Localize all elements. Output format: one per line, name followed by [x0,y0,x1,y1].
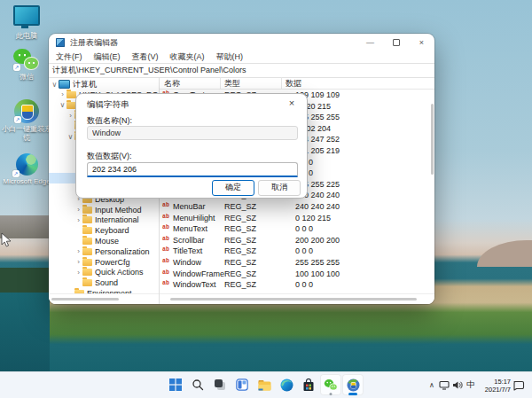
tree-item-label: 计算机 [73,79,97,90]
tree-item-计算机[interactable]: ∨计算机 [49,79,159,90]
scrollbar-thumb[interactable] [431,104,434,175]
tree-item-international[interactable]: ›International [49,215,159,225]
value-name-field[interactable] [87,126,298,140]
display-icon[interactable] [439,380,450,390]
value-name: TitleText [173,246,202,255]
string-value-icon: ab [162,269,169,276]
tree-item-mouse[interactable]: Mouse [49,236,159,246]
wallpaper-grass [0,268,50,294]
tree-item-input-method[interactable]: ›Input Method [49,205,159,215]
tray-date: 2021/7/7 [485,386,511,394]
edge-button[interactable] [276,374,297,395]
tree-item-quick-actions[interactable]: ›Quick Actions [49,267,159,277]
chevron-right-icon[interactable]: › [66,112,74,120]
wechat-taskbar-button[interactable] [320,374,341,395]
column-header-data[interactable]: 数据 [286,78,301,90]
list-vertical-scrollbar[interactable] [429,90,434,281]
tree-item-keyboard[interactable]: Keyboard [49,225,159,236]
scrollbar-thumb[interactable] [51,298,119,300]
speaker-icon[interactable] [452,380,463,390]
scrollbar-thumb[interactable] [170,298,417,300]
desktop-icon-edge[interactable]: ↗ Microsoft Edge [2,153,51,186]
tray-clock[interactable]: 15:17 2021/7/7 [479,378,511,394]
value-row-scrollbar[interactable]: abScrollbarREG_SZ200 200 200 [160,236,427,246]
value-row-menutext[interactable]: abMenuTextREG_SZ0 0 0 [160,224,427,235]
desktop-icon-xiaobai[interactable]: ↗ 小白一键重装系统 [2,99,51,143]
chevron-right-icon[interactable]: › [59,90,66,98]
desktop-icon-wechat[interactable]: ↗ 微信 [2,49,51,82]
value-row-titletext[interactable]: abTitleTextREG_SZ0 0 0 [160,246,427,257]
column-header-name[interactable]: 名称 [164,78,180,90]
desktop-icon-this-pc[interactable]: 此电脑 [2,5,51,41]
list-header[interactable]: 名称 类型 数据 [160,77,434,90]
chevron-right-icon[interactable]: › [74,258,82,266]
value-type: REG_SZ [224,246,256,255]
value-data-field[interactable] [87,162,298,177]
menu-item-1[interactable]: 编辑(E) [92,51,122,63]
menu-item-0[interactable]: 文件(F) [54,51,84,63]
value-name: WindowFrame [173,269,224,278]
wechat-icon [324,378,338,391]
value-data: 100 100 100 [295,269,340,278]
chevron-right-icon[interactable]: › [74,247,82,255]
value-row-windowtext[interactable]: abWindowTextREG_SZ0 0 0 [160,280,427,291]
search-button[interactable] [187,374,208,395]
folder-icon [82,279,92,286]
active-indicator [348,393,357,395]
tree-item-label: Personalization [95,247,150,256]
list-horizontal-scrollbar[interactable] [160,293,434,304]
menu-item-2[interactable]: 查看(V) [130,51,160,63]
chevron-down-icon[interactable]: ∨ [66,133,74,141]
tree-item-powercfg[interactable]: ›PowerCfg [49,257,159,268]
notification-icon[interactable] [513,380,525,391]
chevron-down-icon[interactable]: ∨ [51,81,59,89]
value-name: MenuBar [173,202,206,211]
start-icon [169,378,182,391]
value-row-menubar[interactable]: abMenuBarREG_SZ240 240 240 [160,202,427,213]
title-bar[interactable]: 注册表编辑器 — × [49,34,434,51]
minimize-icon[interactable]: — [357,34,383,51]
file-explorer-button[interactable] [254,374,275,395]
task-view-icon [214,378,226,391]
close-icon[interactable]: × [409,34,434,51]
menu-item-3[interactable]: 收藏夹(A) [168,51,207,63]
value-data: 0 0 0 [295,280,313,289]
close-icon[interactable]: × [285,97,299,110]
desktop-icon-label: 小白一键重装系统 [2,125,51,143]
shortcut-arrow-icon: ↗ [14,116,21,123]
value-data: 0 0 0 [295,246,313,255]
xiaobai-icon [347,378,360,392]
search-icon [192,378,204,391]
value-name: MenuText [173,224,207,233]
cancel-button[interactable]: 取消 [258,180,301,196]
menu-item-4[interactable]: 帮助(H) [215,51,246,63]
value-row-window[interactable]: abWindowREG_SZ255 255 255 [160,258,427,269]
tray-chevron-icon[interactable]: ∧ [427,381,436,389]
ok-button[interactable]: 确定 [212,180,254,196]
tree-item-label: Mouse [95,237,119,246]
ime-indicator[interactable]: 中 [466,379,476,391]
start-button[interactable] [165,374,186,395]
value-data: 200 200 200 [295,236,340,245]
store-button[interactable] [298,374,319,395]
task-view-button[interactable] [209,374,231,395]
maximize-icon[interactable] [383,34,409,51]
chevron-right-icon[interactable]: › [74,269,82,277]
value-data: 255 255 255 [295,258,340,267]
value-row-windowframe[interactable]: abWindowFrameREG_SZ100 100 100 [160,269,427,280]
address-bar[interactable]: 计算机\HKEY_CURRENT_USER\Control Panel\Colo… [49,63,434,78]
tree-item-sound[interactable]: Sound [49,277,159,288]
menu-bar: 文件(F)编辑(E)查看(V)收藏夹(A)帮助(H) [49,51,434,63]
chevron-right-icon[interactable]: › [74,206,82,214]
chevron-down-icon[interactable]: ∨ [59,101,66,109]
tree-horizontal-scrollbar[interactable] [49,293,159,304]
column-header-type[interactable]: 类型 [224,78,240,90]
tree-item-personalization[interactable]: ›Personalization [49,246,159,257]
tree-item-label: Quick Actions [95,268,144,277]
chevron-right-icon[interactable]: › [74,216,82,224]
folder-icon [66,91,76,98]
widgets-button[interactable] [231,374,253,395]
folder-icon [82,269,92,276]
value-row-menuhilight[interactable]: abMenuHilightREG_SZ0 120 215 [160,214,427,224]
xiaobai-taskbar-button[interactable] [342,374,364,395]
